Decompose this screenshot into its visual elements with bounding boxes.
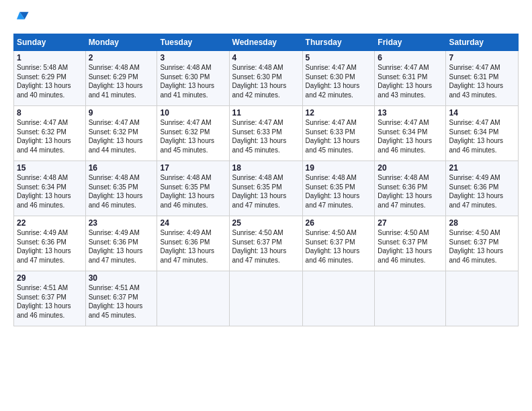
calendar-cell: 11Sunrise: 4:47 AMSunset: 6:33 PMDayligh… [229, 106, 302, 161]
calendar-cell: 9Sunrise: 4:47 AMSunset: 6:32 PMDaylight… [85, 106, 157, 161]
calendar-cell: 28Sunrise: 4:50 AMSunset: 6:37 PMDayligh… [446, 216, 519, 271]
calendar-cell: 24Sunrise: 4:49 AMSunset: 6:36 PMDayligh… [157, 216, 229, 271]
day-info: Sunrise: 4:48 AMSunset: 6:35 PMDaylight:… [306, 173, 372, 210]
day-number: 24 [160, 218, 226, 228]
weekday-saturday: Saturday [446, 34, 519, 51]
calendar-cell [157, 271, 229, 326]
day-number: 2 [89, 53, 154, 62]
day-number: 23 [89, 218, 154, 228]
day-number: 25 [232, 218, 300, 228]
day-number: 3 [160, 53, 226, 62]
calendar-cell: 22Sunrise: 4:49 AMSunset: 6:36 PMDayligh… [14, 216, 86, 271]
calendar-cell: 30Sunrise: 4:51 AMSunset: 6:37 PMDayligh… [85, 271, 157, 326]
day-info: Sunrise: 4:50 AMSunset: 6:37 PMDaylight:… [232, 228, 300, 265]
calendar-cell: 2Sunrise: 4:48 AMSunset: 6:29 PMDaylight… [85, 51, 157, 106]
calendar-table: SundayMondayTuesdayWednesdayThursdayFrid… [13, 34, 519, 326]
calendar-cell: 18Sunrise: 4:48 AMSunset: 6:35 PMDayligh… [229, 161, 302, 216]
day-info: Sunrise: 4:47 AMSunset: 6:33 PMDaylight:… [306, 118, 372, 154]
day-number: 8 [17, 108, 83, 118]
day-number: 1 [17, 53, 83, 62]
calendar-cell: 3Sunrise: 4:48 AMSunset: 6:30 PMDaylight… [157, 51, 229, 106]
day-info: Sunrise: 4:47 AMSunset: 6:30 PMDaylight:… [306, 63, 372, 99]
calendar-cell: 8Sunrise: 4:47 AMSunset: 6:32 PMDaylight… [14, 106, 86, 161]
calendar-cell: 5Sunrise: 4:47 AMSunset: 6:30 PMDaylight… [302, 51, 375, 106]
header [13, 12, 519, 27]
calendar-cell: 4Sunrise: 4:48 AMSunset: 6:30 PMDaylight… [229, 51, 302, 106]
day-info: Sunrise: 4:48 AMSunset: 6:29 PMDaylight:… [89, 63, 154, 99]
day-info: Sunrise: 4:50 AMSunset: 6:37 PMDaylight:… [306, 228, 372, 265]
day-info: Sunrise: 4:50 AMSunset: 6:37 PMDaylight:… [449, 228, 515, 265]
day-number: 17 [160, 163, 226, 173]
calendar-cell [229, 271, 302, 326]
calendar-cell: 10Sunrise: 4:47 AMSunset: 6:32 PMDayligh… [157, 106, 229, 161]
day-number: 16 [89, 163, 154, 173]
day-number: 26 [306, 218, 372, 228]
weekday-tuesday: Tuesday [157, 34, 229, 51]
day-number: 27 [378, 218, 443, 228]
day-number: 10 [160, 108, 226, 118]
page: SundayMondayTuesdayWednesdayThursdayFrid… [0, 0, 532, 411]
weekday-wednesday: Wednesday [229, 34, 302, 51]
calendar-cell [446, 271, 519, 326]
day-number: 18 [232, 163, 300, 173]
day-info: Sunrise: 4:47 AMSunset: 6:32 PMDaylight:… [160, 118, 226, 154]
day-info: Sunrise: 4:48 AMSunset: 6:36 PMDaylight:… [378, 173, 443, 210]
calendar-cell: 14Sunrise: 4:47 AMSunset: 6:34 PMDayligh… [446, 106, 519, 161]
day-info: Sunrise: 4:47 AMSunset: 6:34 PMDaylight:… [378, 118, 443, 154]
calendar-week-3: 15Sunrise: 4:48 AMSunset: 6:34 PMDayligh… [14, 161, 519, 216]
day-info: Sunrise: 4:47 AMSunset: 6:32 PMDaylight:… [89, 118, 154, 154]
day-number: 28 [449, 218, 515, 228]
weekday-thursday: Thursday [302, 34, 375, 51]
weekday-header-row: SundayMondayTuesdayWednesdayThursdayFrid… [14, 34, 519, 51]
day-info: Sunrise: 4:48 AMSunset: 6:35 PMDaylight:… [89, 173, 154, 210]
day-info: Sunrise: 4:51 AMSunset: 6:37 PMDaylight:… [89, 283, 154, 320]
calendar-cell: 27Sunrise: 4:50 AMSunset: 6:37 PMDayligh… [375, 216, 446, 271]
day-info: Sunrise: 4:47 AMSunset: 6:31 PMDaylight:… [378, 63, 443, 99]
day-info: Sunrise: 4:47 AMSunset: 6:33 PMDaylight:… [232, 118, 300, 154]
weekday-sunday: Sunday [14, 34, 86, 51]
day-number: 7 [449, 53, 515, 62]
weekday-monday: Monday [85, 34, 157, 51]
calendar-cell [302, 271, 375, 326]
calendar-cell: 16Sunrise: 4:48 AMSunset: 6:35 PMDayligh… [85, 161, 157, 216]
day-number: 19 [306, 163, 372, 173]
logo [13, 12, 30, 27]
calendar-cell: 25Sunrise: 4:50 AMSunset: 6:37 PMDayligh… [229, 216, 302, 271]
calendar-cell: 19Sunrise: 4:48 AMSunset: 6:35 PMDayligh… [302, 161, 375, 216]
day-number: 6 [378, 53, 443, 62]
day-info: Sunrise: 4:51 AMSunset: 6:37 PMDaylight:… [17, 283, 83, 320]
day-number: 9 [89, 108, 154, 118]
calendar-cell: 21Sunrise: 4:49 AMSunset: 6:36 PMDayligh… [446, 161, 519, 216]
calendar-cell: 29Sunrise: 4:51 AMSunset: 6:37 PMDayligh… [14, 271, 86, 326]
calendar-week-5: 29Sunrise: 4:51 AMSunset: 6:37 PMDayligh… [14, 271, 519, 326]
day-number: 11 [232, 108, 300, 118]
calendar-cell: 17Sunrise: 4:48 AMSunset: 6:35 PMDayligh… [157, 161, 229, 216]
day-info: Sunrise: 4:47 AMSunset: 6:31 PMDaylight:… [449, 63, 515, 99]
day-info: Sunrise: 4:48 AMSunset: 6:35 PMDaylight:… [160, 173, 226, 210]
day-info: Sunrise: 4:49 AMSunset: 6:36 PMDaylight:… [160, 228, 226, 265]
day-info: Sunrise: 4:49 AMSunset: 6:36 PMDaylight:… [17, 228, 83, 265]
day-info: Sunrise: 4:48 AMSunset: 6:35 PMDaylight:… [232, 173, 300, 210]
day-number: 29 [17, 273, 83, 283]
day-info: Sunrise: 4:48 AMSunset: 6:30 PMDaylight:… [160, 63, 226, 99]
day-number: 5 [306, 53, 372, 62]
calendar-cell: 13Sunrise: 4:47 AMSunset: 6:34 PMDayligh… [375, 106, 446, 161]
calendar-week-2: 8Sunrise: 4:47 AMSunset: 6:32 PMDaylight… [14, 106, 519, 161]
day-info: Sunrise: 4:49 AMSunset: 6:36 PMDaylight:… [449, 173, 515, 210]
calendar-cell: 26Sunrise: 4:50 AMSunset: 6:37 PMDayligh… [302, 216, 375, 271]
calendar-cell: 23Sunrise: 4:49 AMSunset: 6:36 PMDayligh… [85, 216, 157, 271]
logo-icon [15, 9, 30, 24]
day-number: 14 [449, 108, 515, 118]
day-info: Sunrise: 4:47 AMSunset: 6:32 PMDaylight:… [17, 118, 83, 154]
day-info: Sunrise: 4:48 AMSunset: 6:34 PMDaylight:… [17, 173, 83, 210]
calendar-cell: 1Sunrise: 5:48 AMSunset: 6:29 PMDaylight… [14, 51, 86, 106]
day-info: Sunrise: 4:50 AMSunset: 6:37 PMDaylight:… [378, 228, 443, 265]
day-number: 4 [232, 53, 300, 62]
calendar-week-4: 22Sunrise: 4:49 AMSunset: 6:36 PMDayligh… [14, 216, 519, 271]
calendar-cell: 12Sunrise: 4:47 AMSunset: 6:33 PMDayligh… [302, 106, 375, 161]
calendar-cell [375, 271, 446, 326]
day-number: 21 [449, 163, 515, 173]
calendar-week-1: 1Sunrise: 5:48 AMSunset: 6:29 PMDaylight… [14, 51, 519, 106]
day-info: Sunrise: 4:48 AMSunset: 6:30 PMDaylight:… [232, 63, 300, 99]
day-number: 12 [306, 108, 372, 118]
